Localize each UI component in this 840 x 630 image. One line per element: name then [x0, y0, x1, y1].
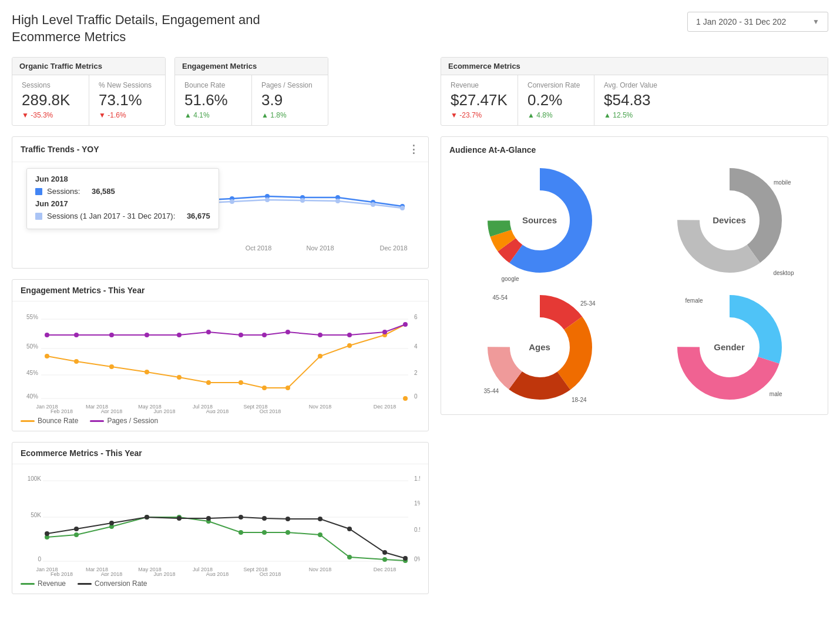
tooltip-date2: Jun 2017	[35, 199, 210, 208]
ecommerce-chart-title: Ecommerce Metrics - This Year	[12, 443, 428, 464]
new-sessions-change: -1.6%	[99, 111, 156, 119]
gender-donut-wrap: Gender female male	[671, 289, 788, 406]
tooltip-item2: Sessions (1 Jan 2017 - 31 Dec 2017): 36,…	[35, 212, 210, 220]
svg-point-95	[206, 516, 211, 521]
svg-text:Apr 2018: Apr 2018	[101, 408, 123, 413]
devices-donut-container: Devices mobile desktop	[639, 162, 819, 279]
pages-legend-line	[90, 420, 104, 422]
svg-point-93	[145, 515, 149, 520]
svg-text:Oct 2018: Oct 2018	[260, 571, 281, 576]
audience-panel: Audience At-A-Glance	[441, 136, 828, 415]
pages-session-change: 1.8%	[261, 111, 318, 119]
traffic-chart-area: Jun 2018 Sessions: 36,585 Jun 2017 Sessi…	[21, 168, 420, 262]
sources-center-label: Sources	[522, 215, 557, 226]
ages-donut-container: Ages 25-34 45-54 35-44 18-24	[449, 289, 630, 406]
svg-point-78	[74, 532, 79, 537]
svg-point-32	[145, 370, 149, 374]
ecommerce-metrics-group: Ecommerce Metrics Revenue $27.47K -23.7%…	[441, 57, 828, 126]
svg-text:Feb 2018: Feb 2018	[51, 408, 73, 413]
revenue-legend-line	[21, 583, 35, 585]
svg-point-98	[285, 517, 290, 521]
svg-point-101	[382, 550, 387, 555]
svg-text:Jun 2018: Jun 2018	[153, 408, 175, 413]
revenue-down-icon	[451, 111, 459, 119]
svg-point-34	[206, 380, 211, 385]
audience-title: Audience At-A-Glance	[449, 145, 819, 155]
svg-point-53	[382, 330, 387, 334]
svg-point-13	[400, 206, 405, 210]
conversion-label: Conversion Rate	[527, 81, 584, 89]
ages-3544-label: 35-44	[484, 388, 499, 394]
new-sessions-card: % New Sessions 73.1% -1.6%	[89, 75, 165, 125]
bounce-rate-legend-label: Bounce Rate	[38, 417, 78, 425]
svg-point-48	[238, 333, 243, 337]
svg-point-12	[371, 202, 375, 207]
gender-donut-container: Gender female male	[639, 289, 819, 406]
ecommerce-chart-svg: 100K 50K 0 1.5% 1% 0.5% 0%	[21, 470, 420, 576]
ecommerce-legend: Revenue Conversion Rate	[21, 579, 420, 588]
date-range-label: 1 Jan 2020 - 31 Dec 202	[696, 17, 786, 26]
avg-order-value: $54.83	[604, 91, 661, 109]
svg-text:50%: 50%	[26, 343, 38, 350]
svg-point-99	[318, 517, 322, 521]
svg-point-36	[262, 386, 267, 390]
conversion-value: 0.2%	[527, 91, 584, 109]
svg-point-47	[206, 330, 211, 334]
ages-2534-label: 25-34	[580, 300, 596, 307]
tooltip-date1: Jun 2018	[35, 175, 210, 183]
bounce-rate-legend: Bounce Rate	[21, 417, 78, 425]
svg-text:Jun 2018: Jun 2018	[153, 571, 175, 576]
svg-text:Oct 2018: Oct 2018	[260, 408, 281, 413]
date-range-picker[interactable]: 1 Jan 2020 - 31 Dec 202 ▼	[687, 12, 828, 32]
svg-point-31	[109, 364, 114, 369]
svg-point-83	[238, 530, 243, 535]
devices-desktop-label: desktop	[773, 270, 794, 276]
svg-text:Nov 2018: Nov 2018	[306, 244, 334, 252]
conversion-card: Conversion Rate 0.2% 4.8%	[518, 75, 594, 125]
svg-point-87	[347, 555, 352, 559]
sessions-down-icon	[22, 111, 31, 119]
ages-1824-label: 18-24	[572, 397, 587, 403]
svg-point-11	[335, 199, 340, 203]
revenue-label: Revenue	[451, 81, 508, 89]
svg-point-50	[285, 330, 290, 334]
right-column: Ecommerce Metrics Revenue $27.47K -23.7%…	[441, 57, 828, 605]
svg-point-86	[318, 532, 322, 537]
conversion-legend-line	[78, 583, 92, 585]
svg-text:0.5%: 0.5%	[414, 527, 420, 533]
traffic-trends-title: Traffic Trends - YOY ⋮	[12, 137, 428, 162]
svg-point-49	[262, 333, 267, 337]
svg-text:1.5%: 1.5%	[414, 475, 420, 482]
pages-up-icon	[261, 111, 270, 119]
svg-text:Nov 2018: Nov 2018	[309, 404, 332, 410]
svg-point-54	[403, 322, 408, 327]
svg-text:Apr 2018: Apr 2018	[101, 571, 123, 576]
sources-google-label: google	[502, 276, 519, 282]
engagement-metrics-group: Engagement Metrics Bounce Rate 51.6% 4.1…	[174, 57, 328, 126]
traffic-trends-menu-icon[interactable]: ⋮	[408, 143, 420, 156]
conversion-change: 4.8%	[527, 111, 584, 119]
sessions-card: Sessions 289.8K -35.3%	[12, 75, 89, 125]
svg-point-30	[74, 359, 79, 364]
avg-order-card: Avg. Order Value $54.83 12.5%	[594, 75, 670, 125]
svg-point-29	[45, 354, 49, 358]
pages-legend: Pages / Session	[90, 417, 158, 425]
new-sessions-value: 73.1%	[99, 91, 156, 109]
new-sessions-down-icon	[99, 111, 107, 119]
pages-session-label: Pages / Session	[261, 81, 318, 89]
svg-text:Dec 2018: Dec 2018	[379, 244, 407, 252]
conversion-up-icon	[527, 111, 536, 119]
svg-text:0: 0	[414, 393, 418, 400]
chevron-down-icon: ▼	[812, 18, 819, 26]
tooltip-color1	[35, 188, 42, 195]
svg-text:2: 2	[414, 370, 418, 376]
ages-center-label: Ages	[529, 342, 550, 353]
svg-point-43	[74, 333, 79, 337]
svg-point-38	[318, 354, 322, 358]
svg-point-10	[300, 198, 305, 203]
svg-text:50K: 50K	[31, 512, 41, 518]
devices-center-label: Devices	[713, 215, 746, 226]
svg-point-96	[238, 515, 243, 520]
svg-text:4: 4	[414, 343, 418, 350]
page-title: High Level Traffic Details, Engagement a…	[12, 12, 305, 45]
